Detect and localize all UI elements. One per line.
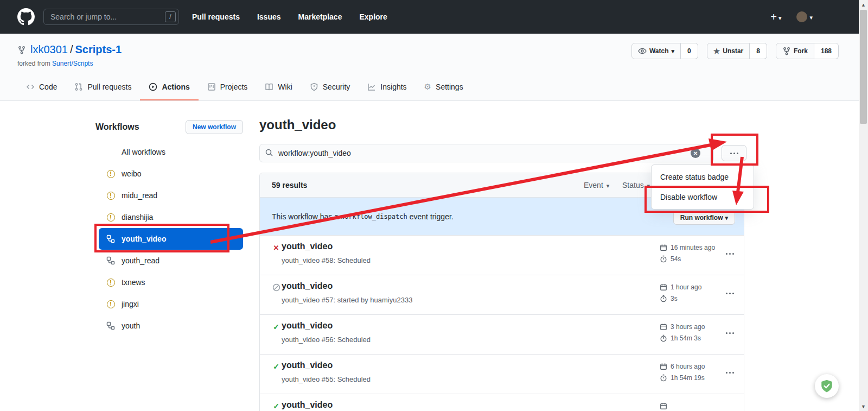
menu-item-disable-workflow[interactable]: Disable workflow xyxy=(652,187,754,207)
user-menu-button[interactable] xyxy=(796,11,813,22)
calendar-icon xyxy=(660,402,667,410)
stopwatch-icon xyxy=(660,334,667,342)
repo-forked-icon xyxy=(782,47,791,55)
run-time: 1 hour ago xyxy=(671,283,701,291)
fork-source-link[interactable]: Sunert/Scripts xyxy=(52,60,93,67)
run-duration: 54s xyxy=(671,255,681,263)
tab-pull-requests[interactable]: Pull requests xyxy=(66,74,140,100)
run-duration: 1h 54m 3s xyxy=(671,334,701,342)
tab-insights[interactable]: Insights xyxy=(359,74,415,100)
global-search: / xyxy=(43,9,179,25)
clear-search-icon[interactable] xyxy=(691,148,700,158)
run-row: youth_video youth_video #57: started by … xyxy=(260,275,744,315)
sidebar-item-midu-read[interactable]: ! midu_read xyxy=(99,185,243,206)
run-description: youth_video #57: started by huamiyu2333 xyxy=(282,296,412,304)
sidebar-item-youth-video[interactable]: youth_video xyxy=(99,228,243,250)
menu-item-create-status-badge[interactable]: Create status badge xyxy=(652,167,754,187)
workflow-icon xyxy=(106,235,115,243)
watch-button[interactable]: Watch xyxy=(631,43,681,59)
warning-icon: ! xyxy=(107,279,115,287)
shield-check-icon xyxy=(820,379,834,393)
scrollbar-thumb[interactable] xyxy=(860,10,867,124)
run-options-button[interactable] xyxy=(724,250,736,258)
nav-pull-requests[interactable]: Pull requests xyxy=(192,12,240,21)
chevron-down-icon xyxy=(671,47,674,55)
global-search-input[interactable] xyxy=(43,9,179,25)
sidebar-item-dianshijia[interactable]: ! dianshijia xyxy=(99,206,243,228)
nav-marketplace[interactable]: Marketplace xyxy=(298,12,342,21)
tab-label: Actions xyxy=(162,83,189,91)
run-duration: 1h 54m 19s xyxy=(671,374,705,382)
run-title-link[interactable]: youth_video xyxy=(282,242,333,251)
stopwatch-icon xyxy=(660,295,667,302)
run-row: youth_video xyxy=(260,394,744,411)
run-title-link[interactable]: youth_video xyxy=(282,361,333,370)
tab-code[interactable]: Code xyxy=(17,74,66,100)
git-pull-request-icon xyxy=(74,83,83,91)
stopwatch-icon xyxy=(660,374,667,382)
run-title-link[interactable]: youth_video xyxy=(282,321,333,331)
run-description: youth_video #55: Scheduled xyxy=(282,375,371,383)
tab-security[interactable]: Security xyxy=(301,74,359,100)
cancelled-icon xyxy=(272,283,280,292)
workflow-options-button[interactable] xyxy=(722,145,746,161)
tab-settings[interactable]: Settings xyxy=(416,74,472,100)
run-workflow-button[interactable]: Run workflow xyxy=(673,211,735,225)
tab-projects[interactable]: Projects xyxy=(199,74,257,100)
sidebar-item-youth-read[interactable]: youth_read xyxy=(99,250,243,271)
workflow-label: youth xyxy=(122,321,140,330)
sidebar-item-jingxi[interactable]: ! jingxi xyxy=(99,293,243,315)
sidebar-item-txnews[interactable]: ! txnews xyxy=(99,271,243,293)
run-title-link[interactable]: youth_video xyxy=(282,281,333,291)
runs-search-input[interactable] xyxy=(259,144,714,162)
kebab-icon xyxy=(737,153,738,154)
run-options-button[interactable] xyxy=(724,329,736,337)
avatar xyxy=(796,11,807,22)
repo-name-link[interactable]: Scripts-1 xyxy=(75,43,122,55)
github-logo-icon[interactable] xyxy=(17,8,35,26)
workflows-sidebar: Workflows New workflow All workflows ! w… xyxy=(95,117,243,337)
run-row: youth_video youth_video #56: Scheduled 3… xyxy=(260,315,744,355)
fork-label: Fork xyxy=(794,47,808,55)
status-filter-dropdown[interactable]: Status xyxy=(622,181,650,189)
run-title-link[interactable]: youth_video xyxy=(282,400,333,410)
run-options-button[interactable] xyxy=(724,289,736,298)
repo-owner-link[interactable]: lxk0301 xyxy=(30,43,68,55)
scroll-up-arrow[interactable] xyxy=(859,0,868,9)
watch-count[interactable]: 0 xyxy=(681,43,698,59)
repo-social-buttons: Watch 0 Unstar 8 Fork 188 xyxy=(631,43,839,59)
run-options-button[interactable] xyxy=(724,369,736,377)
create-new-button[interactable] xyxy=(770,11,781,23)
run-row: youth_video youth_video #55: Scheduled 6… xyxy=(260,355,744,394)
scroll-down-arrow[interactable] xyxy=(859,402,868,411)
kebab-icon xyxy=(730,153,732,154)
event-filter-dropdown[interactable]: Event xyxy=(584,181,609,189)
sidebar-item-weibo[interactable]: ! weibo xyxy=(99,163,243,185)
workflow-options-menu: Create status badge Disable workflow xyxy=(651,165,754,210)
page-title: youth_video xyxy=(259,117,744,136)
nav-explore[interactable]: Explore xyxy=(359,12,387,21)
adguard-shield-badge[interactable] xyxy=(815,374,839,398)
breadcrumb: lxk0301/Scripts-1 xyxy=(30,43,122,56)
tab-actions[interactable]: Actions xyxy=(140,74,198,100)
sidebar-item-youth[interactable]: youth xyxy=(99,315,243,337)
tab-label: Code xyxy=(39,83,57,91)
unstar-button[interactable]: Unstar xyxy=(707,43,750,59)
run-workflow-label: Run workflow xyxy=(680,214,723,222)
new-workflow-button[interactable]: New workflow xyxy=(186,120,243,134)
workflow-runs-main: youth_video 59 results Event Status This… xyxy=(259,117,744,411)
star-count[interactable]: 8 xyxy=(750,43,767,59)
fork-count[interactable]: 188 xyxy=(814,43,839,59)
chevron-down-icon xyxy=(778,11,782,23)
tab-wiki[interactable]: Wiki xyxy=(256,74,301,100)
workflow-label: weibo xyxy=(122,169,142,178)
run-time: 3 hours ago xyxy=(671,323,705,331)
eye-icon xyxy=(638,47,647,55)
workflow-label: jingxi xyxy=(122,300,139,308)
nav-issues[interactable]: Issues xyxy=(257,12,281,21)
sidebar-item-all-workflows[interactable]: All workflows xyxy=(99,141,243,163)
workflow-icon xyxy=(106,256,115,265)
fork-button[interactable]: Fork xyxy=(776,43,814,59)
repo-header: lxk0301/Scripts-1 forked from Sunert/Scr… xyxy=(0,34,868,101)
banner-text: event trigger. xyxy=(410,212,454,221)
